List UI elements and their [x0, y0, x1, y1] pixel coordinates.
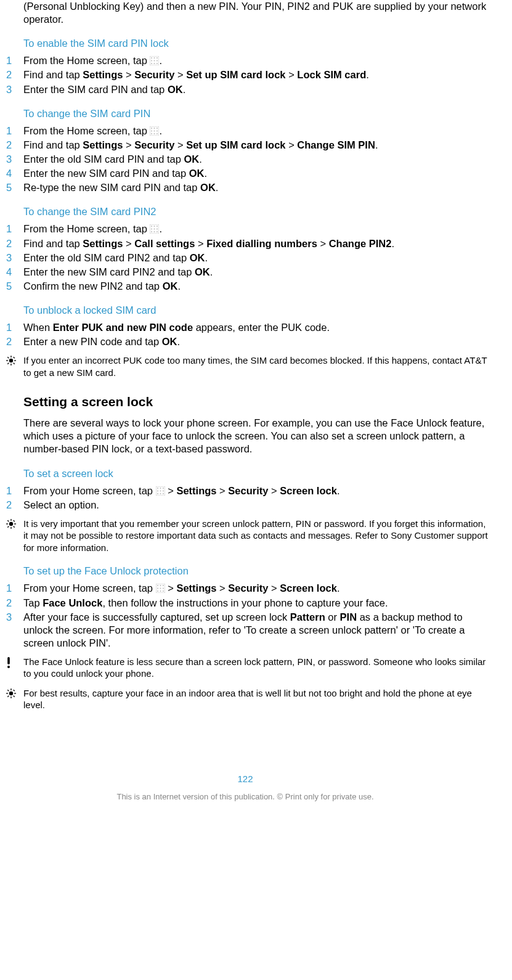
- steps-face-unlock: 1From your Home screen, tap > Settings >…: [23, 582, 490, 650]
- step-number: 2: [6, 68, 23, 81]
- sub-heading-enable-sim-pin: To enable the SIM card PIN lock: [23, 37, 490, 50]
- sub-heading-change-sim-pin2: To change the SIM card PIN2: [23, 205, 490, 218]
- step-number: 3: [6, 83, 23, 96]
- tip-bulb-icon: [6, 687, 23, 711]
- apps-grid-icon: [150, 224, 159, 234]
- sub-heading-face-unlock: To set up the Face Unlock protection: [23, 565, 490, 578]
- step-text: Enter the new SIM card PIN2 and tap OK.: [23, 266, 490, 279]
- step-text: When Enter PUK and new PIN code appears,…: [23, 321, 490, 334]
- apps-grid-icon: [156, 486, 165, 496]
- step-text: Tap Face Unlock, then follow the instruc…: [23, 597, 490, 610]
- steps-unblock-sim: 1When Enter PUK and new PIN code appears…: [23, 321, 490, 348]
- steps-change-sim-pin: 1From the Home screen, tap . 2Find and t…: [23, 125, 490, 195]
- step-number: 1: [6, 484, 23, 497]
- step-number: 3: [6, 251, 23, 264]
- step-number: 4: [6, 167, 23, 180]
- page-number: 122: [0, 773, 490, 785]
- step-text: Enter the old SIM card PIN2 and tap OK.: [23, 251, 490, 264]
- step-text: Find and tap Settings > Security > Set u…: [23, 68, 490, 81]
- step-text: From your Home screen, tap > Settings > …: [23, 484, 490, 497]
- step-number: 1: [6, 582, 23, 595]
- steps-change-sim-pin2: 1From the Home screen, tap . 2Find and t…: [23, 223, 490, 293]
- note-text: If you enter an incorrect PUK code too m…: [23, 354, 490, 378]
- step-number: 1: [6, 125, 23, 137]
- step-text: Enter the old SIM card PIN and tap OK.: [23, 153, 490, 166]
- step-number: 2: [6, 237, 23, 250]
- step-number: 2: [6, 335, 23, 348]
- step-text: Find and tap Settings > Call settings > …: [23, 237, 490, 250]
- step-text: From the Home screen, tap .: [23, 54, 490, 67]
- tip-bulb-icon: [6, 518, 23, 554]
- steps-enable-sim-pin: 1From the Home screen, tap . 2Find and t…: [23, 54, 490, 96]
- step-number: 2: [6, 597, 23, 610]
- step-number: 1: [6, 54, 23, 67]
- apps-grid-icon: [150, 56, 159, 65]
- step-text: Enter a new PIN code and tap OK.: [23, 335, 490, 348]
- steps-set-screen-lock: 1From your Home screen, tap > Settings >…: [23, 484, 490, 512]
- note-text: It is very important that you remember y…: [23, 518, 490, 554]
- step-number: 3: [6, 153, 23, 166]
- footer-disclaimer: This is an Internet version of this publ…: [0, 792, 490, 802]
- step-number: 4: [6, 266, 23, 279]
- apps-grid-icon: [156, 584, 165, 593]
- tip-note: It is very important that you remember y…: [23, 518, 490, 554]
- step-text: Confirm the new PIN2 and tap OK.: [23, 280, 490, 293]
- step-number: 1: [6, 223, 23, 235]
- step-text: From your Home screen, tap > Settings > …: [23, 582, 490, 595]
- step-number: 5: [6, 181, 23, 194]
- step-number: 3: [6, 611, 23, 650]
- intro-paragraph: (Personal Unblocking Key) and then a new…: [23, 0, 490, 26]
- step-text: Re-type the new SIM card PIN and tap OK.: [23, 181, 490, 194]
- step-text: Find and tap Settings > Security > Set u…: [23, 139, 490, 152]
- warning-note: The Face Unlock feature is less secure t…: [23, 656, 490, 680]
- tip-note: For best results, capture your face in a…: [23, 687, 490, 711]
- apps-grid-icon: [150, 126, 159, 136]
- sub-heading-unblock-sim: To unblock a locked SIM card: [23, 304, 490, 317]
- section-intro: There are several ways to lock your phon…: [23, 417, 490, 455]
- note-text: The Face Unlock feature is less secure t…: [23, 656, 490, 680]
- step-text: Select an option.: [23, 499, 490, 512]
- sub-heading-change-sim-pin: To change the SIM card PIN: [23, 107, 490, 120]
- step-number: 2: [6, 139, 23, 152]
- sub-heading-set-screen-lock: To set a screen lock: [23, 467, 490, 480]
- tip-bulb-icon: [6, 354, 23, 378]
- note-text: For best results, capture your face in a…: [23, 687, 490, 711]
- step-text: From the Home screen, tap .: [23, 223, 490, 235]
- tip-note: If you enter an incorrect PUK code too m…: [23, 354, 490, 378]
- section-heading-screen-lock: Setting a screen lock: [23, 394, 490, 410]
- step-text: From the Home screen, tap .: [23, 125, 490, 137]
- step-number: 2: [6, 499, 23, 512]
- step-text: After your face is successfully captured…: [23, 611, 490, 650]
- step-number: 5: [6, 280, 23, 293]
- step-number: 1: [6, 321, 23, 334]
- step-text: Enter the SIM card PIN and tap OK.: [23, 83, 490, 96]
- step-text: Enter the new SIM card PIN and tap OK.: [23, 167, 490, 180]
- warning-exclamation-icon: [6, 656, 23, 680]
